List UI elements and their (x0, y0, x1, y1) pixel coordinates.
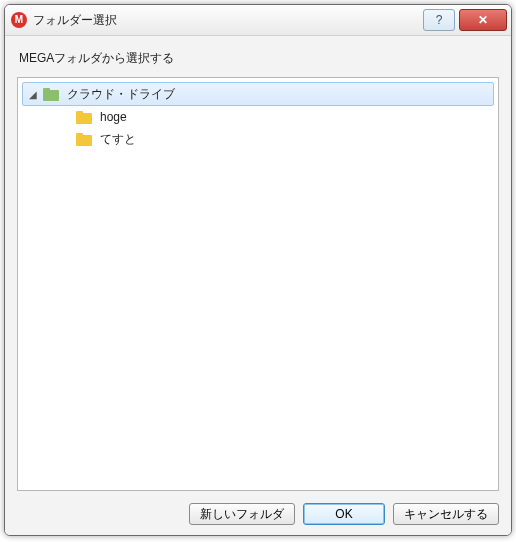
tree-node-child[interactable]: てすと (18, 128, 498, 150)
dialog-window: M フォルダー選択 ? ✕ MEGAフォルダから選択する ◢ クラウド・ドライブ (4, 4, 512, 536)
tree-node-child[interactable]: hoge (18, 106, 498, 128)
tree-node-root[interactable]: ◢ クラウド・ドライブ (22, 82, 494, 106)
new-folder-button[interactable]: 新しいフォルダ (189, 503, 295, 525)
folder-tree[interactable]: ◢ クラウド・ドライブ hoge てすと (17, 77, 499, 491)
tree-node-label: クラウド・ドライブ (63, 86, 175, 103)
cancel-button[interactable]: キャンセルする (393, 503, 499, 525)
folder-icon (43, 88, 59, 101)
expand-toggle-icon[interactable]: ◢ (27, 89, 39, 100)
window-controls: ? ✕ (423, 9, 507, 31)
ok-button[interactable]: OK (303, 503, 385, 525)
dialog-buttons: 新しいフォルダ OK キャンセルする (17, 499, 499, 527)
help-icon: ? (436, 13, 443, 27)
tree-node-label: hoge (96, 110, 127, 124)
app-icon-letter: M (15, 15, 23, 25)
close-button[interactable]: ✕ (459, 9, 507, 31)
tree-node-label: てすと (96, 131, 136, 148)
content-area: MEGAフォルダから選択する ◢ クラウド・ドライブ hoge てすと 新しいフ… (5, 36, 511, 535)
folder-icon (76, 111, 92, 124)
window-title: フォルダー選択 (33, 12, 117, 29)
app-icon: M (11, 12, 27, 28)
titlebar: M フォルダー選択 ? ✕ (5, 5, 511, 36)
folder-icon (76, 133, 92, 146)
close-icon: ✕ (478, 13, 488, 27)
help-button[interactable]: ? (423, 9, 455, 31)
instruction-text: MEGAフォルダから選択する (17, 46, 499, 69)
